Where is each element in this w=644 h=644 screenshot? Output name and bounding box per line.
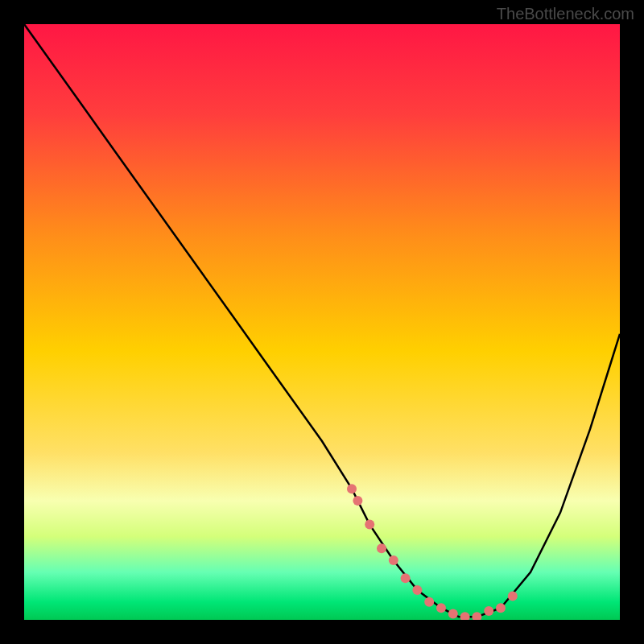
scatter-point (353, 496, 362, 506)
scatter-point (508, 591, 518, 601)
scatter-point (484, 606, 493, 616)
watermark-text: TheBottleneck.com (497, 5, 634, 23)
scatter-point (377, 543, 386, 553)
chart-canvas (24, 24, 620, 620)
scatter-point (389, 555, 398, 565)
scatter-point (448, 609, 458, 619)
scatter-point (412, 585, 422, 595)
scatter-point (424, 597, 434, 607)
scatter-point (496, 603, 506, 613)
scatter-point (401, 573, 411, 583)
scatter-point (365, 520, 374, 530)
scatter-point (436, 603, 446, 613)
scatter-point (347, 484, 357, 493)
gradient-background (24, 24, 620, 620)
plot-area (24, 24, 620, 620)
